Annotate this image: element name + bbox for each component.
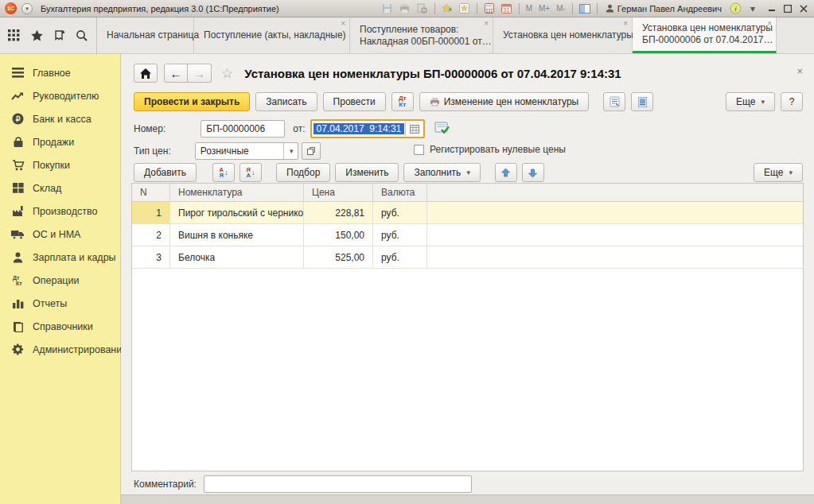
help-button[interactable]: ? — [781, 92, 803, 111]
table-row[interactable]: 1 Пирог тирольский с черникой 228,81 руб… — [132, 202, 803, 224]
info-caret-button[interactable]: ▾ — [746, 2, 760, 15]
post-button[interactable]: Провести — [323, 92, 386, 111]
favorites-star-icon[interactable] — [28, 27, 45, 45]
table-row[interactable]: 2 Вишня в коньяке 150,00 руб. — [132, 224, 803, 246]
calculator-icon[interactable] — [482, 2, 497, 15]
add-row-button[interactable]: Добавить — [134, 163, 197, 182]
sidebar-item-directories[interactable]: Справочники — [0, 315, 120, 338]
checkbox-icon[interactable] — [414, 145, 424, 155]
nomenclature-cell[interactable]: Вишня в коньяке — [170, 224, 304, 246]
price-cell[interactable]: 525,00 — [304, 246, 373, 268]
maximize-button[interactable] — [782, 4, 793, 14]
memory-add-button[interactable]: M+ — [537, 4, 551, 13]
home-button[interactable] — [134, 64, 158, 83]
pick-button[interactable]: Подбор — [276, 163, 330, 182]
price-type-label: Тип цен: — [134, 145, 171, 157]
fill-button[interactable]: Заполнить▾ — [403, 163, 480, 182]
sidebar-item-operations[interactable]: ДтКт Операции — [0, 269, 120, 292]
sidebar-item-administration[interactable]: Администрирование — [0, 338, 120, 361]
app-logo-icon[interactable]: 1С — [5, 2, 17, 14]
sidebar-item-warehouse[interactable]: Склад — [0, 176, 120, 200]
tab-close-icon[interactable]: × — [484, 20, 489, 28]
nomenclature-cell[interactable]: Пирог тирольский с черникой — [170, 202, 304, 223]
sidebar-item-label: Банк и касса — [33, 114, 92, 125]
sidebar-item-manager[interactable]: Руководителю — [0, 84, 120, 107]
document-structure-button[interactable] — [631, 92, 653, 111]
memory-subtract-button[interactable]: M- — [555, 4, 567, 13]
print-icon[interactable] — [398, 2, 412, 15]
forward-button[interactable]: → — [188, 64, 212, 83]
show-postings-button[interactable]: ДтКт — [391, 92, 414, 111]
price-type-row: Тип цен: Розничные ▾ — [134, 142, 321, 161]
current-user-button[interactable]: Герман Павел Андреевич — [602, 4, 725, 14]
column-header-currency[interactable]: Валюта — [373, 184, 427, 201]
column-header-price[interactable]: Цена — [304, 184, 373, 201]
sidebar-item-production[interactable]: Производство — [0, 200, 120, 223]
column-header-nomenclature[interactable]: Номенклатура — [170, 184, 304, 201]
info-icon[interactable]: i — [728, 2, 742, 15]
calendar-picker-icon[interactable] — [405, 122, 423, 136]
move-row-down-button[interactable] — [522, 163, 544, 182]
favorites-icon[interactable] — [458, 2, 472, 15]
system-menu-button[interactable]: ▾ — [21, 3, 33, 14]
sidebar-item-fixed-assets[interactable]: ОС и НМА — [0, 223, 120, 246]
table-row[interactable]: 3 Белочка 525,00 руб. — [132, 246, 803, 269]
tab-close-icon[interactable]: × — [767, 20, 772, 28]
sidebar-item-purchases[interactable]: Покупки — [0, 153, 120, 176]
empty-cell — [427, 224, 803, 246]
tab-home[interactable]: Начальная страница — [97, 17, 194, 53]
sidebar-item-sales[interactable]: Продажи — [0, 130, 120, 153]
tab-goods-receipt[interactable]: Поступление товаров: Накладная 00БП-0000… — [350, 17, 493, 53]
price-cell[interactable]: 150,00 — [304, 224, 373, 246]
back-button[interactable]: ← — [164, 64, 188, 83]
items-table: N Номенклатура Цена Валюта 1 Пирог тирол… — [131, 183, 804, 471]
report-icon-button[interactable] — [603, 92, 625, 111]
sidebar-item-payroll[interactable]: Зарплата и кадры — [0, 246, 120, 269]
sort-ascending-button[interactable]: АЯ↓ — [212, 163, 235, 182]
search-icon[interactable] — [73, 27, 91, 45]
save-icon[interactable] — [380, 2, 395, 15]
sidebar-item-main[interactable]: Главное — [0, 61, 120, 84]
print-preview-icon[interactable] — [415, 2, 430, 15]
tab-price-setting-list[interactable]: Установка цен номенклатуры × — [493, 17, 633, 53]
tab-receipts-list[interactable]: Поступление (акты, накладные) × — [194, 17, 350, 53]
edit-button[interactable]: Изменить — [335, 163, 399, 182]
tab-label-line2: Накладная 00БП-000001 от… — [360, 36, 480, 48]
add-favorite-icon[interactable] — [440, 2, 454, 15]
caret-down-icon[interactable]: ▾ — [283, 143, 298, 159]
form-close-icon[interactable]: × — [796, 65, 803, 77]
move-row-up-button[interactable] — [495, 163, 517, 182]
titlebar-separator — [434, 3, 435, 14]
main-menu-icon[interactable] — [6, 27, 23, 45]
close-button[interactable] — [798, 4, 809, 14]
price-type-select[interactable]: Розничные ▾ — [195, 142, 298, 160]
tab-price-setting-document[interactable]: Установка цен номенклатуры БП-00000006 о… — [633, 17, 777, 53]
register-zero-prices-option[interactable]: Регистрировать нулевые цены — [414, 144, 566, 155]
caret-down-icon: ▾ — [25, 6, 29, 12]
number-input[interactable] — [201, 120, 285, 138]
tab-label: Поступление товаров: — [360, 24, 480, 36]
tab-close-icon[interactable]: × — [623, 20, 628, 28]
open-price-type-button[interactable] — [302, 142, 321, 160]
minimize-button[interactable] — [766, 4, 777, 14]
post-and-close-button[interactable]: Провести и закрыть — [134, 92, 250, 111]
calendar-icon[interactable]: 31 — [500, 2, 514, 15]
change-prices-print-button[interactable]: Изменение цен номенклатуры — [419, 92, 590, 111]
debit-credit-icon: ДтКт — [399, 95, 407, 108]
tab-close-icon[interactable]: × — [341, 20, 345, 28]
history-icon[interactable] — [51, 27, 68, 45]
more-button[interactable]: Еще▾ — [726, 92, 775, 111]
date-input[interactable]: 07.04.2017 9:14:31 — [310, 119, 426, 138]
sidebar-item-bank-cash[interactable]: ₽ Банк и касса — [0, 107, 120, 130]
memory-recall-button[interactable]: M — [524, 4, 534, 13]
split-window-icon[interactable] — [578, 2, 592, 15]
nomenclature-cell[interactable]: Белочка — [170, 246, 304, 268]
save-button[interactable]: Записать — [255, 92, 317, 111]
sort-descending-button[interactable]: ЯА↓ — [240, 163, 262, 182]
price-cell[interactable]: 228,81 — [304, 202, 373, 223]
favorite-star-icon[interactable]: ☆ — [221, 65, 233, 82]
comment-input[interactable] — [204, 475, 472, 493]
table-more-button[interactable]: Еще▾ — [754, 163, 803, 182]
sidebar-item-reports[interactable]: Отчеты — [0, 292, 120, 315]
column-header-n[interactable]: N — [132, 184, 170, 201]
